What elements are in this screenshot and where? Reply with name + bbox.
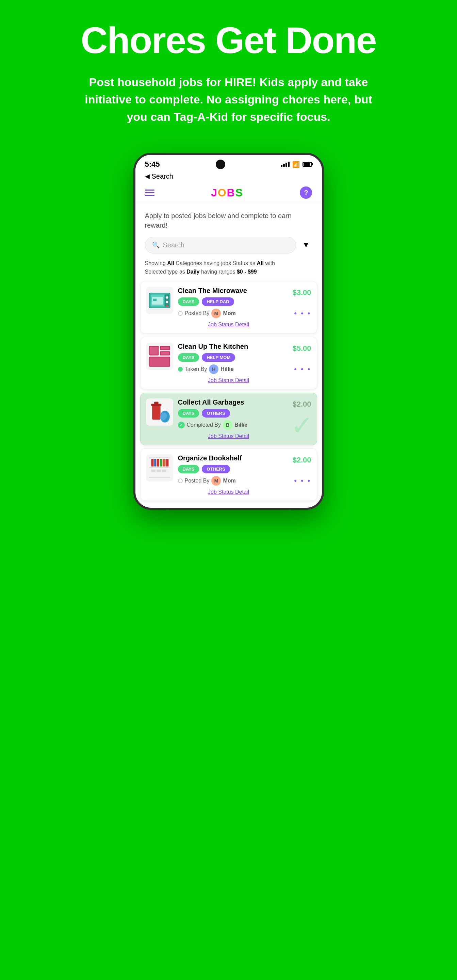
svg-rect-18 bbox=[154, 401, 158, 404]
svg-rect-16 bbox=[152, 404, 161, 420]
more-options-dots[interactable]: • • • bbox=[294, 309, 311, 318]
status-bar: 5:45 📶 bbox=[135, 155, 322, 171]
job-details: Organize Bookshelf $2.00 DAYSOTHERS Post… bbox=[178, 454, 311, 485]
more-options-dots[interactable]: • • • bbox=[294, 476, 311, 485]
svg-rect-32 bbox=[156, 469, 161, 472]
job-tag: DAYS bbox=[178, 465, 199, 473]
svg-rect-14 bbox=[161, 352, 169, 354]
posted-by: Posted By M Mom bbox=[178, 476, 236, 485]
svg-rect-15 bbox=[150, 357, 169, 366]
job-title: Collect All Garbages bbox=[178, 398, 244, 406]
back-bar: ◀ Search bbox=[135, 171, 322, 183]
job-title: Clean Up The Kitchen bbox=[178, 343, 248, 350]
status-camera bbox=[216, 159, 225, 169]
job-title: Clean The Microwave bbox=[178, 287, 247, 295]
app-logo: JOBS bbox=[211, 186, 243, 199]
job-price: $2.00 bbox=[292, 454, 311, 465]
poster-name: Mom bbox=[223, 310, 236, 317]
job-tag: DAYS bbox=[178, 353, 199, 362]
job-tags: DAYSHELP DAD bbox=[178, 298, 311, 306]
job-title: Organize Bookshelf bbox=[178, 454, 242, 462]
job-tag: HELP DAD bbox=[202, 298, 234, 306]
svg-rect-24 bbox=[151, 459, 153, 466]
svg-point-5 bbox=[166, 305, 168, 307]
svg-rect-27 bbox=[159, 459, 162, 466]
job-details: Clean Up The Kitchen $5.00 DAYSHELP MOM … bbox=[178, 343, 311, 374]
job-tag: OTHERS bbox=[202, 465, 230, 473]
search-placeholder-text: Search bbox=[163, 241, 185, 249]
svg-rect-28 bbox=[162, 459, 165, 466]
status-dot-open bbox=[178, 311, 183, 316]
phone-frame: 5:45 📶 ◀ Search JOBS ? Apply to bbox=[134, 153, 324, 510]
help-button[interactable]: ? bbox=[300, 186, 312, 199]
posted-by: Posted By M Mom bbox=[178, 309, 236, 318]
svg-rect-21 bbox=[149, 457, 170, 458]
search-input[interactable]: 🔍 Search bbox=[145, 237, 296, 253]
svg-rect-29 bbox=[166, 459, 169, 466]
status-dot-completed: ✓ bbox=[178, 422, 185, 428]
job-card[interactable]: Collect All Garbages $2.00 DAYSOTHERS ✓ … bbox=[140, 393, 317, 445]
poster-name: Hillie bbox=[220, 366, 233, 372]
status-label: Posted By bbox=[185, 478, 210, 484]
svg-rect-7 bbox=[153, 298, 156, 301]
job-tag: DAYS bbox=[178, 298, 199, 306]
svg-rect-22 bbox=[149, 467, 170, 468]
job-status-detail-link[interactable]: Job Status Detail bbox=[146, 321, 311, 328]
status-dot-taken bbox=[178, 367, 183, 372]
app-header: JOBS ? bbox=[135, 183, 322, 204]
job-image bbox=[146, 343, 173, 370]
job-card[interactable]: Clean The Microwave $3.00 DAYSHELP DAD P… bbox=[140, 281, 317, 334]
back-arrow-icon: ◀ bbox=[145, 172, 150, 180]
filter-icon[interactable]: ▼ bbox=[300, 239, 312, 251]
svg-rect-23 bbox=[149, 477, 170, 478]
job-tag: OTHERS bbox=[202, 409, 230, 417]
job-image bbox=[146, 454, 173, 482]
job-status-detail-link[interactable]: Job Status Detail bbox=[146, 433, 311, 439]
job-price: $3.00 bbox=[292, 287, 311, 297]
page-headline: Chores Get Done bbox=[81, 21, 376, 60]
status-label: Taken By bbox=[185, 366, 207, 372]
avatar: H bbox=[209, 364, 218, 374]
avatar: M bbox=[211, 476, 221, 485]
status-time: 5:45 bbox=[145, 160, 160, 169]
svg-rect-31 bbox=[151, 469, 155, 472]
more-options-dots[interactable]: • • • bbox=[294, 365, 311, 374]
hamburger-icon[interactable] bbox=[145, 189, 154, 196]
poster-name: Billie bbox=[234, 422, 247, 428]
jobs-list: Clean The Microwave $3.00 DAYSHELP DAD P… bbox=[135, 281, 322, 508]
poster-name: Mom bbox=[223, 478, 236, 484]
svg-rect-33 bbox=[162, 469, 166, 472]
job-image bbox=[146, 398, 173, 426]
signal-bars-icon bbox=[281, 162, 290, 167]
job-price: $5.00 bbox=[292, 343, 311, 353]
status-icons: 📶 bbox=[281, 161, 312, 168]
posted-by: Taken By H Hillie bbox=[178, 364, 234, 374]
svg-rect-25 bbox=[154, 459, 156, 466]
svg-rect-13 bbox=[161, 347, 169, 349]
job-details: Clean The Microwave $3.00 DAYSHELP DAD P… bbox=[178, 287, 311, 318]
svg-rect-26 bbox=[156, 459, 159, 466]
svg-rect-12 bbox=[150, 347, 158, 355]
job-price: $2.00 bbox=[292, 398, 311, 409]
status-label: Posted By bbox=[185, 310, 210, 317]
page-subtitle: Post household jobs for HIRE! Kids apply… bbox=[76, 73, 382, 126]
app-description: Apply to posted jobs below and complete … bbox=[135, 204, 322, 234]
avatar: B bbox=[223, 420, 232, 430]
status-dot-open bbox=[178, 479, 183, 483]
job-card[interactable]: Organize Bookshelf $2.00 DAYSOTHERS Post… bbox=[140, 449, 317, 501]
filter-info: Showing All Categories having jobs Statu… bbox=[135, 257, 322, 281]
avatar: M bbox=[211, 309, 221, 318]
job-card[interactable]: Clean Up The Kitchen $5.00 DAYSHELP MOM … bbox=[140, 337, 317, 389]
job-image bbox=[146, 287, 173, 314]
status-label: Completed By bbox=[187, 422, 221, 428]
back-text[interactable]: Search bbox=[152, 172, 173, 180]
job-tag: DAYS bbox=[178, 409, 199, 417]
search-icon: 🔍 bbox=[152, 241, 159, 249]
svg-point-4 bbox=[166, 301, 168, 303]
svg-point-3 bbox=[166, 296, 168, 298]
job-status-detail-link[interactable]: Job Status Detail bbox=[146, 489, 311, 495]
job-tags: DAYSHELP MOM bbox=[178, 353, 311, 362]
battery-icon bbox=[303, 162, 312, 167]
job-tags: DAYSOTHERS bbox=[178, 465, 311, 473]
job-status-detail-link[interactable]: Job Status Detail bbox=[146, 377, 311, 383]
